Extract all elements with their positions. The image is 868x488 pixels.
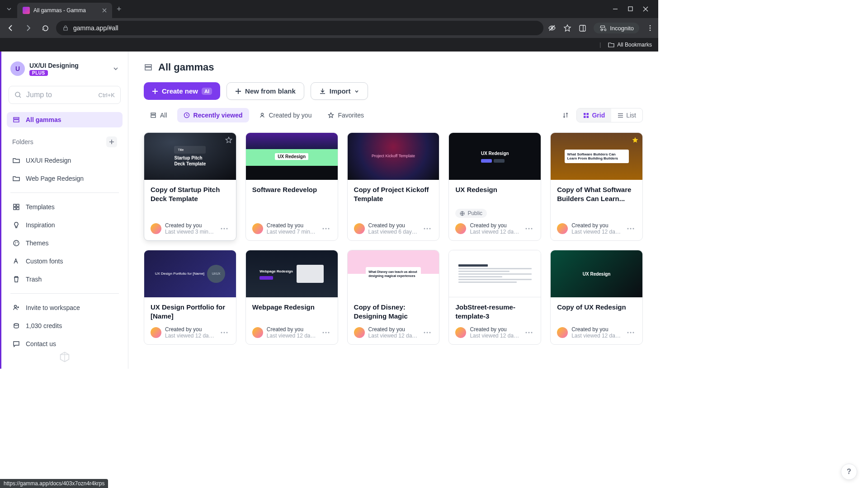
- sidebar-item-credits[interactable]: 1,030 credits: [7, 318, 123, 333]
- gamma-card[interactable]: UX Redesign Copy of UX Redesign Created …: [550, 250, 643, 345]
- add-folder-button[interactable]: [106, 136, 117, 147]
- gamma-card[interactable]: UX Redesign UX Redesign Public Created b…: [448, 132, 541, 241]
- sidebar-item-custom-fonts[interactable]: Custom fonts: [7, 253, 123, 269]
- svg-point-33: [325, 228, 326, 230]
- sidebar-item-templates[interactable]: Templates: [7, 199, 123, 215]
- gamma-card[interactable]: Project Kickoff Template Copy of Project…: [347, 132, 440, 241]
- filter-tab-favorites[interactable]: Favorites: [321, 108, 370, 122]
- create-new-button[interactable]: Create new AI: [144, 82, 220, 100]
- close-icon[interactable]: [643, 6, 648, 12]
- view-grid-button[interactable]: Grid: [577, 108, 611, 122]
- card-menu-icon[interactable]: [219, 330, 230, 335]
- filter-tab-created[interactable]: Created by you: [253, 108, 318, 122]
- sidebar-folder-webpage[interactable]: Web Page Redesign: [7, 171, 123, 186]
- jump-to-search[interactable]: Jump to Ctrl+K: [9, 86, 121, 104]
- svg-rect-9: [14, 204, 16, 206]
- card-menu-icon[interactable]: [422, 226, 433, 231]
- new-tab-button[interactable]: +: [117, 5, 122, 14]
- minimize-icon[interactable]: [613, 6, 618, 12]
- browser-tab[interactable]: All gammas - Gamma: [17, 3, 112, 18]
- favorite-star-icon[interactable]: [632, 136, 639, 144]
- all-bookmarks-button[interactable]: All Bookmarks: [608, 42, 652, 48]
- gamma-card[interactable]: Webpage Redesign Webpage Redesign Create…: [245, 250, 338, 345]
- lightbulb-icon: [12, 221, 20, 229]
- card-meta: Created by you Last viewed 12 days...: [368, 326, 418, 339]
- author-avatar: [557, 223, 568, 234]
- thumb-text: TitleStartup Pitch Deck Template: [169, 146, 211, 167]
- card-menu-icon[interactable]: [321, 226, 331, 231]
- author-avatar: [151, 327, 161, 338]
- bookmark-star-icon[interactable]: [563, 24, 571, 32]
- card-menu-icon[interactable]: [524, 226, 534, 231]
- sidebar-item-all-gammas[interactable]: All gammas: [7, 112, 123, 127]
- sidebar-item-invite[interactable]: Invite to workspace: [7, 300, 123, 315]
- chat-icon: [12, 340, 20, 347]
- card-menu-icon[interactable]: [219, 226, 230, 231]
- card-body: Software Redevelop: [246, 180, 338, 222]
- filter-tab-all[interactable]: All: [144, 108, 174, 122]
- reload-icon[interactable]: [39, 22, 52, 34]
- svg-rect-20: [145, 67, 151, 70]
- author-avatar: [455, 327, 466, 338]
- sidebar-item-inspiration[interactable]: Inspiration: [7, 217, 123, 233]
- card-menu-icon[interactable]: [422, 330, 433, 335]
- card-menu-icon[interactable]: [524, 330, 534, 335]
- workspace-switcher[interactable]: U UX/UI Designing PLUS: [7, 59, 123, 79]
- card-last-viewed: Last viewed 3 minut...: [165, 229, 215, 235]
- sidebar-item-contact[interactable]: Contact us: [7, 336, 123, 352]
- side-panel-icon[interactable]: [579, 24, 586, 32]
- tab-search-dropdown[interactable]: [4, 4, 14, 14]
- gamma-card[interactable]: TitleStartup Pitch Deck Template Copy of…: [144, 132, 236, 241]
- forward-icon[interactable]: [22, 22, 34, 34]
- filter-tab-recent[interactable]: Recently viewed: [177, 108, 249, 122]
- sidebar-item-themes[interactable]: Themes: [7, 235, 123, 251]
- sidebar-item-label: Trash: [26, 276, 42, 283]
- card-footer: Created by you Last viewed 12 days...: [551, 326, 642, 344]
- card-menu-icon[interactable]: [625, 226, 636, 231]
- new-from-blank-button[interactable]: New from blank: [226, 82, 304, 100]
- sidebar-item-label: Custom fonts: [26, 258, 63, 265]
- card-title: Copy of UX Redesign: [557, 303, 636, 322]
- card-menu-icon[interactable]: [321, 330, 331, 335]
- svg-rect-2: [580, 25, 585, 31]
- thumb-text: What Software Builders Can Learn From Bu…: [565, 150, 629, 163]
- card-body: Copy of Disney: Designing Magic: [348, 297, 439, 326]
- svg-rect-19: [145, 65, 151, 66]
- svg-point-13: [14, 240, 19, 246]
- sort-button[interactable]: [558, 108, 573, 122]
- card-menu-icon[interactable]: [625, 330, 636, 335]
- url-box[interactable]: gamma.app/#all: [56, 21, 543, 35]
- gamma-card[interactable]: What Disney can teach us about designing…: [347, 250, 440, 345]
- gamma-card[interactable]: What Software Builders Can Learn From Bu…: [550, 132, 643, 241]
- tab-close-icon[interactable]: [102, 8, 107, 13]
- import-button[interactable]: Import: [311, 82, 368, 100]
- card-footer: Created by you Last viewed 12 days...: [348, 326, 439, 344]
- card-last-viewed: Last viewed 12 days...: [470, 229, 519, 235]
- browser-menu-icon[interactable]: [646, 24, 654, 32]
- site-info-icon[interactable]: [62, 25, 69, 31]
- sidebar-folder-uxui[interactable]: UX/UI Redesign: [7, 153, 123, 168]
- stack-icon: [12, 116, 20, 123]
- card-body: Copy of Project Kickoff Template: [348, 180, 439, 222]
- card-last-viewed: Last viewed 12 days...: [571, 229, 621, 235]
- sidebar-item-trash[interactable]: Trash: [7, 272, 123, 287]
- gamma-card[interactable]: UX Design Portfolio for [Name] UI/UX UX …: [144, 250, 236, 345]
- gamma-card[interactable]: JobStreet-resume-template-3 Created by y…: [448, 250, 541, 345]
- card-last-viewed: Last viewed 6 days...: [368, 229, 418, 235]
- svg-point-14: [15, 242, 16, 243]
- maximize-icon[interactable]: [628, 6, 633, 12]
- back-icon[interactable]: [5, 22, 17, 34]
- view-list-button[interactable]: List: [611, 108, 642, 122]
- plus-icon: [235, 88, 241, 94]
- chevron-down-icon: [354, 89, 359, 94]
- gamma-grid: TitleStartup Pitch Deck Template Copy of…: [144, 132, 643, 345]
- thumb-text: UX Redesign: [269, 154, 314, 160]
- favorite-star-icon[interactable]: [225, 136, 232, 144]
- palette-icon: [12, 239, 20, 247]
- view-grid-label: Grid: [592, 112, 605, 119]
- eye-off-icon[interactable]: [548, 24, 556, 32]
- svg-rect-12: [17, 207, 19, 210]
- gamma-card[interactable]: UX Redesign Software Redevelop Created b…: [245, 132, 338, 241]
- incognito-badge[interactable]: Incognito: [594, 23, 639, 33]
- tab-favicon: [23, 7, 30, 14]
